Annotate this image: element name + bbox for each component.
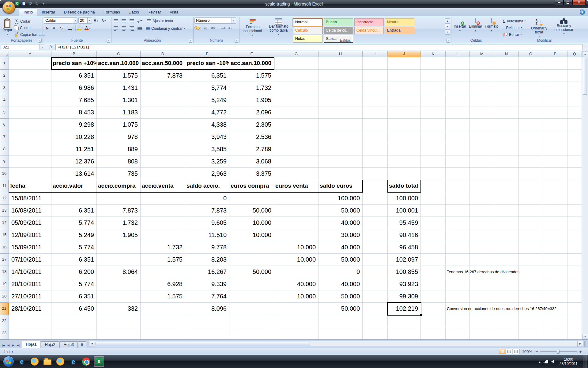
cell-F14[interactable]: 10.000 [229,217,274,229]
cell-Q21[interactable] [567,303,582,315]
cell-P12[interactable] [543,192,567,205]
cell-Q18[interactable] [567,266,582,278]
cell-I9[interactable] [363,155,388,168]
cell-D16[interactable]: 1.732 [141,241,185,254]
cell-I21[interactable] [363,303,388,315]
cell-O1[interactable] [519,57,543,70]
cell-N3[interactable] [494,82,519,94]
cell-G23[interactable] [274,327,318,339]
cell-C6[interactable]: 1.075 [97,119,141,131]
cell-G3[interactable] [274,82,318,94]
cell-G4[interactable] [274,94,318,106]
cell-M18[interactable] [470,266,494,278]
cell-I16[interactable] [363,241,388,254]
cell-B11[interactable]: accio.valor [51,180,97,192]
cell-J14[interactable]: 95.459 [388,217,421,229]
merge-center-button[interactable]: Combinar y centrar▾ [145,25,186,32]
row-header-12[interactable]: 12 [0,192,9,205]
cell-O5[interactable] [519,106,543,119]
cell-F23[interactable] [229,327,274,339]
cell-E4[interactable]: 5,249 [185,94,229,106]
cell-F22[interactable] [229,315,274,327]
cell-N17[interactable] [494,254,519,266]
volume-icon[interactable] [551,360,554,363]
column-header-I[interactable]: I [363,51,388,57]
cell-I17[interactable] [363,254,388,266]
scroll-right-arrow[interactable]: ▶ [577,341,583,347]
cell-B17[interactable]: 6,351 [51,254,97,266]
next-sheet-button[interactable]: ▶ [11,344,16,347]
chrome-taskbar-icon[interactable] [81,356,91,367]
cell-Q17[interactable] [567,254,582,266]
cell-O17[interactable] [519,254,543,266]
cell-E5[interactable]: 4,772 [185,106,229,119]
cell-P23[interactable] [543,327,567,339]
column-header-N[interactable]: N [494,51,519,57]
dialog-launcher-portapapeles[interactable]: ↘ [38,39,42,43]
cell-B7[interactable]: 10,228 [51,131,97,143]
cell-A18[interactable]: 14/10/2011 [9,266,51,278]
cell-O10[interactable] [519,168,543,180]
shrink-font-button[interactable]: A▼ [100,17,107,24]
cell-O9[interactable] [519,155,543,168]
cell-F1[interactable]: acc.san.10.000 [229,57,274,70]
cell-H10[interactable] [318,168,363,180]
cell-P16[interactable] [543,241,567,254]
align-top-button[interactable] [112,18,119,24]
cell-I22[interactable] [363,315,388,327]
cell-M21[interactable] [470,303,494,315]
cell-D21[interactable] [141,303,185,315]
column-header-B[interactable]: B [51,51,97,57]
cell-Q5[interactable] [567,106,582,119]
cell-J13[interactable]: 100.001 [388,205,421,217]
cell-K5[interactable] [421,106,446,119]
normal-view-button[interactable] [499,349,506,354]
firefox-taskbar-icon[interactable] [29,356,40,367]
cell-F10[interactable]: 3.375 [229,168,274,180]
cell-E14[interactable]: 9.605 [185,217,229,229]
cut-button[interactable]: Cortar [13,18,45,25]
tab-datos[interactable]: Datos [124,9,143,16]
cell-A14[interactable]: 05/09/2011 [9,217,51,229]
cell-F12[interactable] [229,192,274,205]
cell-N19[interactable] [494,278,519,290]
cell-J16[interactable]: 96.458 [388,241,421,254]
row-header-15[interactable]: 15 [0,229,9,241]
insert-worksheet-button[interactable]: ⊞ [78,341,86,348]
row-header-10[interactable]: 10 [0,168,9,180]
clear-button[interactable]: Borrar▾ [502,31,526,38]
cell-J20[interactable]: 99.309 [388,290,421,303]
cell-C11[interactable]: accio.compra [97,180,141,192]
cell-O7[interactable] [519,131,543,143]
cell-C18[interactable]: 8.064 [97,266,141,278]
cell-Q6[interactable] [567,119,582,131]
name-box[interactable]: J21 [1,44,40,50]
cell-C10[interactable]: 735 [97,168,141,180]
decrease-decimal-button[interactable]: .0→ [227,25,234,31]
cell-F9[interactable]: 3.068 [229,155,274,168]
accounting-format-button[interactable]: ▾ [194,25,202,31]
cell-L20[interactable] [446,290,470,303]
cell-K2[interactable] [421,70,446,82]
cell-M11[interactable] [470,180,494,192]
percent-style-button[interactable]: % [202,25,209,31]
cell-I7[interactable] [363,131,388,143]
cell-J10[interactable] [388,168,421,180]
cell-N12[interactable] [494,192,519,205]
formula-input[interactable]: =H21+(E21*B21) [55,44,582,50]
column-header-P[interactable]: P [543,51,567,57]
cell-I19[interactable] [363,278,388,290]
cell-L23[interactable] [446,327,470,339]
column-header-G[interactable]: G [274,51,318,57]
cell-P5[interactable] [543,106,567,119]
column-header-H[interactable]: H [318,51,363,57]
row-header-6[interactable]: 6 [0,119,9,131]
excel-taskbar-icon[interactable]: X [94,356,104,367]
cell-I4[interactable] [363,94,388,106]
cell-B4[interactable]: 7,685 [51,94,97,106]
cell-M19[interactable] [470,278,494,290]
cell-P4[interactable] [543,94,567,106]
cell-N10[interactable] [494,168,519,180]
cell-G19[interactable]: 40.000 [274,278,318,290]
cell-E3[interactable]: 5,774 [185,82,229,94]
